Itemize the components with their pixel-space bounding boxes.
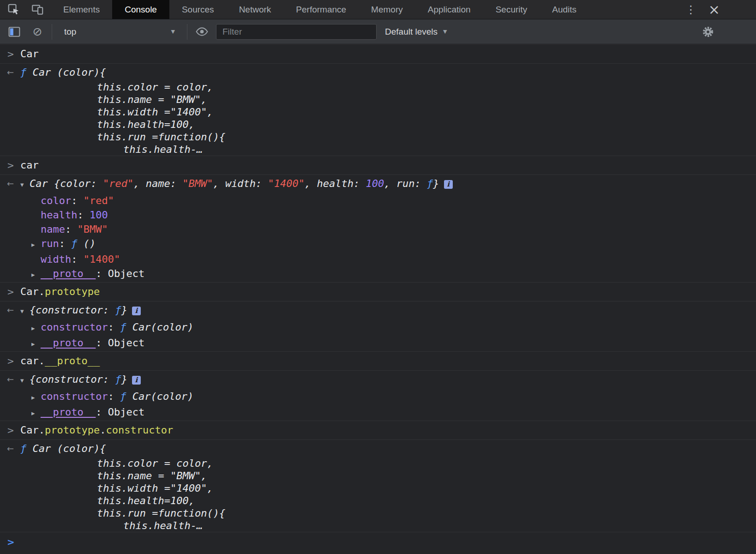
tab-elements[interactable]: Elements [51, 0, 112, 19]
console-row-content: ▸__proto__: Object [20, 405, 756, 421]
console-row-content: Car [20, 48, 756, 60]
console-row-content: this.health=100, [20, 494, 756, 507]
chevron-down-icon: ▼ [443, 29, 447, 35]
console-row-content: ▸__proto__: Object [20, 266, 756, 282]
input-chevron-icon: > [0, 286, 20, 298]
console-token: () [84, 238, 96, 249]
clear-console-icon[interactable]: ⊘ [29, 23, 46, 41]
console-token: : Object [96, 337, 144, 349]
collapse-triangle-icon[interactable]: ▾ [20, 179, 30, 191]
collapse-triangle-icon[interactable]: ▾ [20, 374, 30, 387]
tab-audits[interactable]: Audits [540, 0, 589, 19]
console-token: } [433, 178, 439, 189]
console-token: : Object [96, 268, 144, 279]
console-row-content: color: "red" [20, 193, 756, 208]
close-devtools-icon[interactable]: × [708, 3, 720, 17]
console-row-content: name: "BMW" [20, 222, 756, 236]
console-log: >Car←ƒ Car (color){this.color = color,th… [0, 44, 756, 554]
console-token: constructor [41, 321, 108, 333]
console-token: "red" [84, 195, 114, 206]
console-token: } [121, 373, 127, 385]
returned-value-icon: ← [0, 177, 20, 190]
log-levels-dropdown[interactable]: Default levels ▼ [382, 27, 447, 37]
info-icon[interactable]: i [132, 307, 141, 315]
returned-value-icon: ← [0, 66, 20, 78]
tab-console[interactable]: Console [112, 0, 169, 19]
tab-memory[interactable]: Memory [359, 0, 415, 19]
console-token: : [71, 195, 84, 206]
expand-triangle-icon[interactable]: ▸ [31, 406, 41, 421]
log-levels-label: Default levels [385, 27, 438, 37]
console-row-content: ▾{constructor: ƒ}i [20, 373, 756, 387]
console-body-row: this.run =function(){ [0, 131, 756, 143]
console-token: this.color = color, [97, 81, 213, 93]
console-token: color [41, 195, 71, 206]
console-token: this.health=100, [97, 495, 195, 506]
settings-gear-icon[interactable] [699, 23, 717, 41]
console-token: this.name = "BMW", [97, 94, 207, 105]
console-token: , run: [384, 178, 427, 189]
console-token: , name: [133, 178, 182, 189]
console-token: Car(color) [132, 391, 193, 402]
collapse-triangle-icon[interactable]: ▾ [20, 305, 30, 318]
eye-live-expression-icon[interactable] [193, 23, 210, 41]
console-row-content: this.color = color, [20, 457, 756, 470]
tab-sources[interactable]: Sources [169, 0, 227, 19]
expand-triangle-icon[interactable]: ▸ [31, 321, 41, 336]
console-token: prototype [45, 286, 100, 297]
expand-triangle-icon[interactable]: ▸ [31, 337, 41, 351]
filter-input[interactable] [216, 24, 377, 40]
console-token: Car (color){ [33, 66, 106, 78]
console-token: : [59, 238, 72, 249]
console-token: constructor [41, 391, 108, 402]
expand-triangle-icon[interactable]: ▸ [31, 268, 41, 282]
tab-application[interactable]: Application [415, 0, 483, 19]
console-token: Car [20, 48, 39, 60]
console-token: ƒ [20, 443, 33, 454]
console-input-row: >Car [0, 44, 756, 63]
javascript-context-selector[interactable]: top ▼ [58, 19, 181, 44]
expand-triangle-icon[interactable]: ▸ [31, 238, 41, 252]
console-token: Car {color: [30, 178, 103, 189]
console-token: ƒ [115, 304, 121, 316]
console-prompt-row[interactable]: > [0, 532, 756, 551]
expand-triangle-icon[interactable]: ▸ [31, 391, 41, 405]
console-row-content: this.name = "BMW", [20, 93, 756, 106]
console-token: , health: [305, 178, 366, 189]
info-icon[interactable]: i [444, 180, 453, 189]
console-token: this.health-… [123, 144, 203, 155]
console-row-content: this.name = "BMW", [20, 470, 756, 482]
device-toolbar-icon[interactable] [30, 3, 44, 17]
more-options-icon[interactable]: ⋮ [685, 4, 696, 15]
console-token: ƒ [71, 238, 84, 249]
returned-value-icon: ← [0, 442, 20, 455]
console-token: . [100, 424, 106, 436]
info-icon[interactable]: i [132, 376, 141, 385]
console-body-row: this.health=100, [0, 118, 756, 131]
console-row-content: health: 100 [20, 208, 756, 222]
tabbar-right-icons: ⋮ × [685, 0, 756, 19]
console-token: 100 [366, 178, 384, 189]
console-token: ƒ [115, 373, 121, 385]
console-token: , width: [213, 178, 268, 189]
console-row-content: width: "1400" [20, 252, 756, 266]
inspect-element-icon[interactable] [6, 3, 20, 17]
devtools-window: ElementsConsoleSourcesNetworkPerformance… [0, 0, 756, 554]
toolbar-divider [52, 24, 52, 40]
tab-security[interactable]: Security [483, 0, 540, 19]
input-chevron-icon: > [0, 424, 20, 436]
console-sidebar-toggle-icon[interactable] [6, 23, 23, 41]
tab-performance[interactable]: Performance [283, 0, 359, 19]
console-row-content: ▸constructor: ƒ Car(color) [20, 389, 756, 405]
console-input-row: >Car.prototype.constructor [0, 421, 756, 440]
console-token: this.width ="1400", [97, 106, 213, 118]
console-token: {constructor: [30, 304, 115, 316]
console-token: Car. [20, 424, 45, 436]
console-token: "red" [103, 178, 133, 189]
console-prop-row: ▸run: ƒ () [0, 236, 756, 252]
console-body-row: this.health-… [0, 143, 756, 156]
console-prop-row: color: "red" [0, 193, 756, 208]
tab-network[interactable]: Network [227, 0, 284, 19]
console-prop-row: ▸__proto__: Object [0, 336, 756, 351]
console-row-content: car [20, 159, 756, 171]
